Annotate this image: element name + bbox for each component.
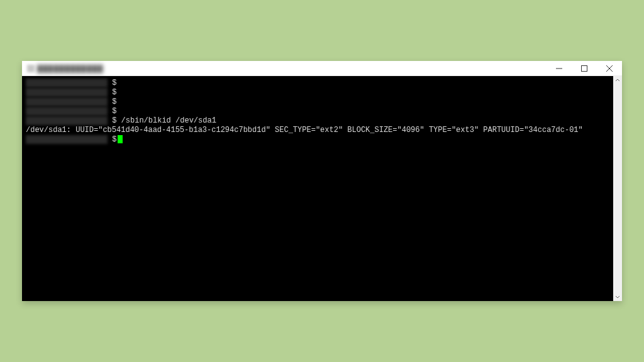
terminal-line: $ /sbin/blkid /dev/sda1 [26, 116, 609, 126]
redacted-segment [26, 116, 108, 125]
output-text: /dev/sda1: UUID="cb541d40-4aad-4155-b1a3… [26, 126, 583, 135]
window-title: ████████████ [37, 65, 104, 72]
titlebar-left: ████████████ [27, 65, 104, 72]
output-line: /dev/sda1: UUID="cb541d40-4aad-4155-b1a3… [26, 126, 609, 135]
redacted-segment [26, 88, 108, 97]
terminal-content[interactable]: $ $ $ $ $ /sbin/blkid /dev/sda1/dev/sda1… [22, 76, 613, 301]
terminal-line: $ [26, 97, 609, 107]
scroll-up-button[interactable] [613, 76, 622, 85]
redacted-segment [26, 107, 108, 116]
scrollbar[interactable] [613, 76, 622, 301]
terminal-line: $ [26, 107, 609, 116]
chevron-down-icon [615, 294, 620, 299]
window-controls [547, 61, 622, 75]
terminal-line: $ [26, 135, 609, 145]
redacted-segment [26, 79, 108, 87]
maximize-button[interactable] [572, 61, 597, 75]
titlebar: ████████████ [22, 61, 622, 76]
chevron-up-icon [615, 78, 620, 83]
redacted-segment [26, 97, 108, 106]
minimize-icon [556, 65, 562, 72]
redacted-segment [26, 135, 108, 144]
svg-rect-1 [582, 65, 587, 71]
close-icon [606, 65, 613, 72]
command-text: /sbin/blkid /dev/sda1 [116, 116, 216, 126]
close-button[interactable] [597, 61, 622, 75]
minimize-button[interactable] [547, 61, 572, 75]
terminal-line: $ [26, 79, 609, 88]
maximize-icon [581, 65, 587, 72]
terminal-area[interactable]: $ $ $ $ $ /sbin/blkid /dev/sda1/dev/sda1… [22, 76, 622, 301]
scroll-track[interactable] [613, 85, 622, 292]
terminal-line: $ [26, 88, 609, 97]
app-icon [27, 65, 35, 72]
terminal-window: ████████████ $ $ $ $ [22, 61, 622, 301]
scroll-down-button[interactable] [613, 292, 622, 301]
